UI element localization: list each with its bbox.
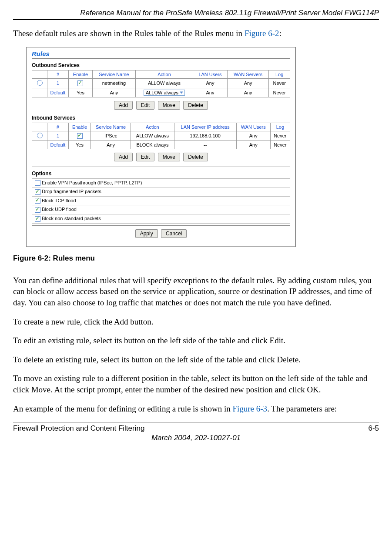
edit-button[interactable]: Edit xyxy=(136,101,155,110)
row-service: netmeeting xyxy=(92,78,135,88)
body-p1: You can define additional rules that wil… xyxy=(13,275,379,308)
row-radio[interactable] xyxy=(37,80,43,86)
row-default-label: Default xyxy=(47,141,69,149)
row-log: Never xyxy=(269,88,290,97)
figure-caption: Figure 6-2: Rules menu xyxy=(13,254,379,263)
row-log: Never xyxy=(270,141,290,149)
body-p6: An example of the menu for defining or e… xyxy=(13,403,379,415)
row-lan: Any xyxy=(193,88,228,97)
row-log: Never xyxy=(269,78,290,88)
row-num[interactable]: 1 xyxy=(47,131,69,141)
enable-checkbox[interactable] xyxy=(77,80,83,86)
row-action: BLOCK always xyxy=(131,141,174,149)
row-radio[interactable] xyxy=(37,133,43,138)
move-button[interactable]: Move xyxy=(158,153,180,161)
row-enable-text: Yes xyxy=(69,141,91,149)
table-row: 1 netmeeting ALLOW always Any Any Never xyxy=(32,78,290,88)
footer-left: Firewall Protection and Content Filterin… xyxy=(13,424,144,433)
row-num[interactable]: 1 xyxy=(47,78,69,88)
inbound-buttons: Add Edit Move Delete xyxy=(32,153,290,161)
row-action: ALLOW always xyxy=(135,78,193,88)
option-checkbox[interactable] xyxy=(35,207,40,213)
option-row: Block TCP flood xyxy=(32,197,290,206)
row-default-label: Default xyxy=(47,88,69,97)
col-service: Service Name xyxy=(92,70,135,78)
doc-header-title: Reference Manual for the ProSafe Wireles… xyxy=(13,9,379,17)
option-label: Block TCP flood xyxy=(42,198,76,203)
col-log: Log xyxy=(269,70,290,78)
inbound-table: # Enable Service Name Action LAN Server … xyxy=(32,123,290,149)
option-checkbox[interactable] xyxy=(35,216,40,222)
col-action: Action xyxy=(131,123,174,131)
inbound-heading: Inbound Services xyxy=(32,115,290,121)
add-button[interactable]: Add xyxy=(114,101,133,110)
col-action: Action xyxy=(135,70,193,78)
add-button[interactable]: Add xyxy=(114,153,133,161)
options-list: Enable VPN Passthrough (IPSec, PPTP, L2T… xyxy=(32,178,290,224)
intro-figure-link[interactable]: Figure 6-2 xyxy=(245,29,279,38)
body-p6-pre: An example of the menu for defining or e… xyxy=(13,404,232,413)
row-wan: Any xyxy=(236,141,270,149)
row-wan: Any xyxy=(227,88,268,97)
action-select[interactable]: ALLOW always xyxy=(144,90,185,96)
option-row: Block non-standard packets xyxy=(32,214,290,224)
body-p5: To move an existing rule to a different … xyxy=(13,373,379,395)
row-enable-text: Yes xyxy=(69,88,93,97)
row-wan: Any xyxy=(227,78,268,88)
body-p4: To delete an existing rule, select its b… xyxy=(13,354,379,365)
option-label: Drop fragmented IP packets xyxy=(42,189,101,194)
intro-pre: These default rules are shown in the Rul… xyxy=(13,29,245,38)
table-row: Default Yes Any ALLOW always Any Any Nev… xyxy=(32,88,290,97)
col-service: Service Name xyxy=(91,123,131,131)
option-row: Drop fragmented IP packets xyxy=(32,187,290,197)
option-row: Enable VPN Passthrough (IPSec, PPTP, L2T… xyxy=(32,178,290,188)
divider xyxy=(32,167,290,167)
option-label: Enable VPN Passthrough (IPSec, PPTP, L2T… xyxy=(42,180,142,185)
col-log: Log xyxy=(270,123,290,131)
move-button[interactable]: Move xyxy=(158,101,180,110)
intro-post: : xyxy=(279,29,281,38)
option-checkbox[interactable] xyxy=(35,180,40,186)
edit-button[interactable]: Edit xyxy=(136,153,155,161)
col-wanusers: WAN Users xyxy=(236,123,270,131)
row-lanip: 192.168.0.100 xyxy=(174,131,236,141)
apply-button[interactable]: Apply xyxy=(135,229,158,238)
body-p2: To create a new rule, click the Add butt… xyxy=(13,316,379,328)
option-checkbox[interactable] xyxy=(35,189,40,195)
rule-top xyxy=(13,19,379,20)
option-checkbox[interactable] xyxy=(35,198,40,204)
intro-para: These default rules are shown in the Rul… xyxy=(13,28,379,39)
col-blank xyxy=(32,70,47,78)
row-service: Any xyxy=(91,141,131,149)
figure-6-3-link[interactable]: Figure 6-3 xyxy=(232,404,267,413)
row-service: Any xyxy=(92,88,135,97)
col-wan: WAN Servers xyxy=(227,70,268,78)
cancel-button[interactable]: Cancel xyxy=(161,229,187,238)
col-num: # xyxy=(47,70,69,78)
footer-right: 6-5 xyxy=(368,424,379,433)
col-lan: LAN Users xyxy=(193,70,228,78)
inbound-header-row: # Enable Service Name Action LAN Server … xyxy=(32,123,290,131)
option-label: Block UDP flood xyxy=(42,207,77,212)
delete-button[interactable]: Delete xyxy=(183,153,208,161)
outbound-header-row: # Enable Service Name Action LAN Users W… xyxy=(32,70,290,78)
row-action: ALLOW always xyxy=(131,131,174,141)
divider xyxy=(32,58,290,59)
options-heading: Options xyxy=(32,171,290,177)
body-p6-post: . The parameters are: xyxy=(267,404,337,413)
col-num: # xyxy=(47,123,69,131)
col-lanip: LAN Server IP address xyxy=(174,123,236,131)
panel-title: Rules xyxy=(32,50,290,57)
body-p3: To edit an existing rule, select its but… xyxy=(13,335,379,346)
outbound-table: # Enable Service Name Action LAN Users W… xyxy=(32,70,290,97)
footer-date: March 2004, 202-10027-01 xyxy=(13,434,379,442)
rules-panel: Rules Outbound Services # Enable Service… xyxy=(26,47,296,247)
rule-bottom xyxy=(13,422,379,422)
table-row: Default Yes Any BLOCK always -- Any Neve… xyxy=(32,141,290,149)
row-service: IPSec xyxy=(91,131,131,141)
row-lanip: -- xyxy=(174,141,236,149)
option-label: Block non-standard packets xyxy=(42,216,101,221)
delete-button[interactable]: Delete xyxy=(183,101,208,110)
footer-row: Firewall Protection and Content Filterin… xyxy=(13,424,379,433)
enable-checkbox[interactable] xyxy=(77,133,83,139)
